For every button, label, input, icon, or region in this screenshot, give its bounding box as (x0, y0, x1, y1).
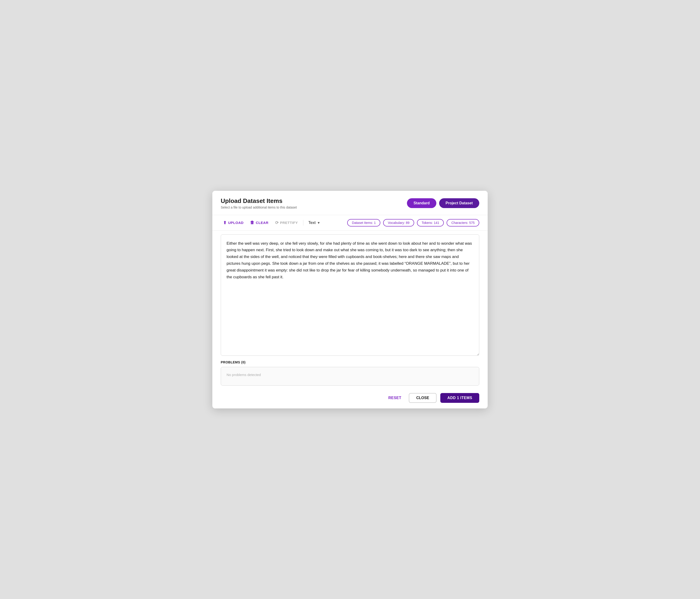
add-items-button[interactable]: ADD 1 ITEMS (440, 393, 479, 403)
problems-empty-message: No problems detected (227, 373, 261, 377)
modal-title: Upload Dataset Items (221, 197, 297, 205)
text-type-dropdown[interactable]: Text ▼ (306, 219, 323, 227)
problems-section: PROBLEMS (0) No problems detected (212, 356, 488, 389)
stats-bar: Dataset Items: 1 Vocabulary: 89 Tokens: … (347, 219, 479, 227)
characters-badge: Characters: 575 (447, 219, 479, 227)
vocabulary-badge: Vocabulary: 89 (383, 219, 414, 227)
text-type-label: Text (308, 220, 316, 225)
reset-button[interactable]: RESET (384, 393, 405, 402)
problems-title: PROBLEMS (0) (221, 360, 479, 364)
clear-label: CLEAR (256, 221, 268, 225)
modal-header-left: Upload Dataset Items Select a file to up… (221, 197, 297, 209)
trash-icon: 🗑 (250, 220, 255, 225)
modal-footer: RESET CLOSE ADD 1 ITEMS (212, 389, 488, 409)
problems-box: No problems detected (221, 367, 479, 386)
upload-icon: ⬆ (223, 220, 227, 225)
upload-label: UPLOAD (228, 221, 244, 225)
content-area: Either the well was very deep, or she fe… (212, 231, 488, 356)
prettify-button[interactable]: ⟳ PRETTIFY (273, 219, 300, 227)
modal-header: Upload Dataset Items Select a file to up… (212, 191, 488, 215)
standard-button[interactable]: Standard (407, 198, 436, 208)
prettify-icon: ⟳ (275, 220, 279, 225)
upload-button[interactable]: ⬆ UPLOAD (221, 219, 246, 227)
text-editor[interactable]: Either the well was very deep, or she fe… (221, 234, 479, 356)
chevron-down-icon: ▼ (317, 221, 320, 225)
prettify-label: PRETTIFY (280, 221, 298, 225)
toolbar: ⬆ UPLOAD 🗑 CLEAR ⟳ PRETTIFY Text ▼ Datas… (212, 215, 488, 231)
tokens-badge: Tokens: 141 (417, 219, 444, 227)
modal-header-right: Standard Project Dataset (407, 198, 479, 208)
toolbar-divider (303, 220, 303, 226)
upload-dataset-modal: Upload Dataset Items Select a file to up… (212, 191, 488, 409)
project-dataset-button[interactable]: Project Dataset (439, 198, 479, 208)
close-button[interactable]: CLOSE (409, 393, 436, 403)
dataset-items-badge: Dataset Items: 1 (347, 219, 380, 227)
modal-subtitle: Select a file to upload additional items… (221, 206, 297, 209)
clear-button[interactable]: 🗑 CLEAR (248, 219, 271, 227)
